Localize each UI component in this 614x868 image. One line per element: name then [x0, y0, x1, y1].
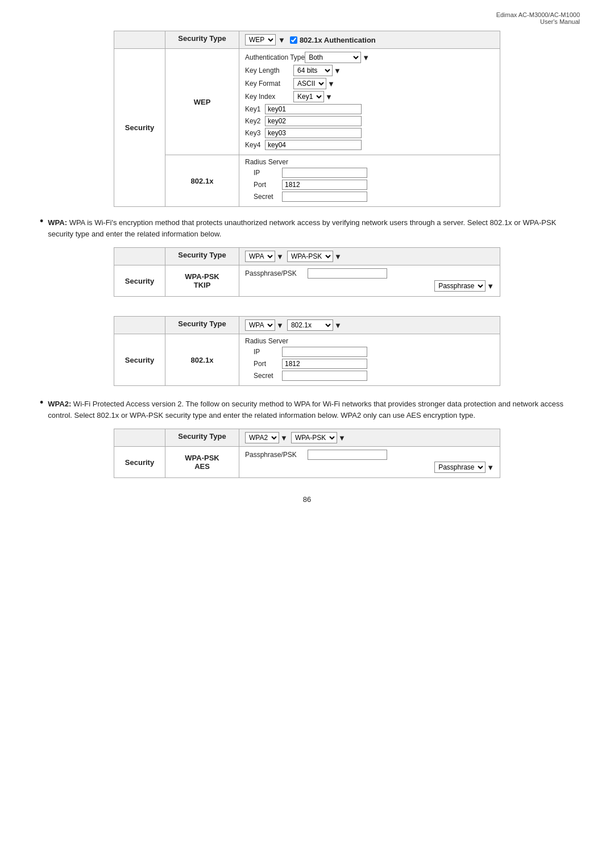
table4-content-header: WPA2 ▼ WPA-PSK 802.1x ▼ — [239, 429, 500, 447]
wpa-bold-label: WPA: — [48, 218, 67, 227]
wpa2-bullet-text: WPA2: Wi-Fi Protected Access version 2. … — [48, 398, 580, 421]
table2-passphrase-content: Passphrase/PSK Passphrase Hex ▼ — [239, 265, 500, 297]
table3-secret-label: Secret — [254, 372, 282, 380]
header-line2: User's Manual — [540, 18, 580, 25]
table3-8021x-label: 802.1x — [165, 334, 239, 386]
table1-wep-label: WEP — [165, 49, 239, 155]
table4-passphrase-type-select[interactable]: Passphrase Hex — [434, 462, 486, 473]
table3-port-label: Port — [254, 360, 282, 368]
wpa2-bold-label: WPA2: — [48, 400, 71, 408]
passphrase-label: Passphrase/PSK — [245, 269, 308, 277]
key-length-select[interactable]: 64 bits 128 bits — [293, 65, 333, 76]
wpa-8021x-table: Security Type WPA ▼ 802.1x WPA-PSK ▼ — [114, 316, 500, 386]
wpa2-security-type-select[interactable]: WPA — [245, 319, 275, 331]
key1-label: Key1 — [245, 105, 265, 113]
radius-server-title: Radius Server — [245, 158, 494, 166]
radius-ip-input[interactable] — [282, 168, 367, 178]
table3-port-input[interactable] — [282, 359, 367, 369]
key-index-select[interactable]: Key1 Key2 Key3 Key4 — [293, 91, 324, 102]
bullet-dot-2: • — [40, 397, 43, 408]
wpa-text: WPA is Wi-Fi's encryption method that pr… — [48, 218, 556, 238]
table2-wpa-psk-label: WPA-PSKTKIP — [165, 265, 239, 297]
table3-radius-content: Radius Server IP Port Secret — [239, 334, 500, 386]
table2-type-header: Security Type — [165, 248, 239, 265]
key2-label: Key2 — [245, 117, 265, 125]
passphrase-type-select[interactable]: Passphrase Hex — [434, 280, 486, 292]
table1-security-cell: Security — [114, 49, 165, 207]
table3-secret-input[interactable] — [282, 371, 367, 381]
table3-ip-label: IP — [254, 348, 282, 356]
radius-port-input[interactable] — [282, 180, 367, 190]
wpa-bullet-text: WPA: WPA is Wi-Fi's encryption method th… — [48, 217, 580, 239]
radius-secret-input[interactable] — [282, 192, 367, 202]
table4-passphrase-label: Passphrase/PSK — [245, 451, 308, 459]
table4-passphrase-input[interactable] — [308, 450, 387, 460]
table4-type-header: Security Type — [165, 429, 239, 447]
wpa2-type-select[interactable]: WPA2 — [245, 432, 279, 443]
bullet-dot-1: • — [40, 216, 43, 226]
table3-security-header — [114, 317, 165, 334]
table1-radius-content: Radius Server IP Port Secret — [239, 155, 500, 207]
table1-8021x-label: 802.1x — [165, 155, 239, 207]
key3-input[interactable] — [265, 128, 362, 138]
wpa2-text: Wi-Fi Protected Access version 2. The fo… — [48, 400, 563, 420]
radius-ip-label: IP — [254, 169, 282, 177]
key3-label: Key3 — [245, 129, 265, 137]
key2-input[interactable] — [265, 116, 362, 126]
wpa-security-type-select[interactable]: WPA — [245, 251, 275, 262]
wpa2-bullet-section: • WPA2: Wi-Fi Protected Access version 2… — [34, 398, 580, 421]
auth-802-1x-checkbox[interactable] — [290, 36, 297, 44]
wpa-psk-type-select[interactable]: WPA-PSK 802.1x — [287, 251, 333, 262]
radius-port-label: Port — [254, 181, 282, 189]
wpa2-8021x-type-select[interactable]: 802.1x WPA-PSK — [287, 319, 333, 331]
auth-type-label: Authentication Type — [245, 53, 305, 61]
auth-type-select[interactable]: Both Open System Shared Key — [305, 52, 361, 63]
table3-radius-title: Radius Server — [245, 337, 494, 345]
table1-type-header: Security Type — [165, 31, 239, 49]
table4-security-header — [114, 429, 165, 447]
table3-type-header: Security Type — [165, 317, 239, 334]
table1-content-header: WEP ▼ 802.1x Authentication — [239, 31, 500, 49]
table4-security-cell: Security — [114, 447, 165, 478]
table3-security-cell: Security — [114, 334, 165, 386]
table2-content-header: WPA ▼ WPA-PSK 802.1x ▼ — [239, 248, 500, 265]
wep-security-table: Security Type WEP ▼ 802.1x Authenticatio… — [114, 31, 500, 207]
table4-passphrase-content: Passphrase/PSK Passphrase Hex ▼ — [239, 447, 500, 478]
key-format-label: Key Format — [245, 80, 293, 88]
passphrase-input[interactable] — [308, 268, 387, 279]
table2-security-cell: Security — [114, 265, 165, 297]
wpa2-psk-table: Security Type WPA2 ▼ WPA-PSK 802.1x ▼ — [114, 429, 500, 478]
wpa-bullet-section: • WPA: WPA is Wi-Fi's encryption method … — [34, 217, 580, 239]
key4-input[interactable] — [265, 140, 362, 150]
key4-label: Key4 — [245, 141, 265, 149]
header-line1: Edimax AC-M3000/AC-M1000 — [496, 11, 580, 18]
key-index-label: Key Index — [245, 93, 293, 101]
auth-checkbox-label: 802.1x Authentication — [300, 36, 376, 44]
radius-secret-label: Secret — [254, 193, 282, 201]
table3-ip-input[interactable] — [282, 347, 367, 357]
wep-security-type-select[interactable]: WEP — [245, 34, 276, 45]
table2-security-header — [114, 248, 165, 265]
page-header: Edimax AC-M3000/AC-M1000 User's Manual — [34, 11, 580, 25]
table3-content-header: WPA ▼ 802.1x WPA-PSK ▼ — [239, 317, 500, 334]
key1-input[interactable] — [265, 104, 362, 114]
table1-wep-content: Authentication Type Both Open System Sha… — [239, 49, 500, 155]
page-number: 86 — [34, 495, 580, 504]
table1-security-header — [114, 31, 165, 49]
key-format-select[interactable]: ASCII Hex — [293, 78, 326, 89]
key-length-label: Key Length — [245, 67, 293, 74]
table4-wpa2-psk-label: WPA-PSKAES — [165, 447, 239, 478]
wpa2-psk-type-select[interactable]: WPA-PSK 802.1x — [291, 432, 337, 443]
wpa-psk-table: Security Type WPA ▼ WPA-PSK 802.1x ▼ — [114, 247, 500, 297]
